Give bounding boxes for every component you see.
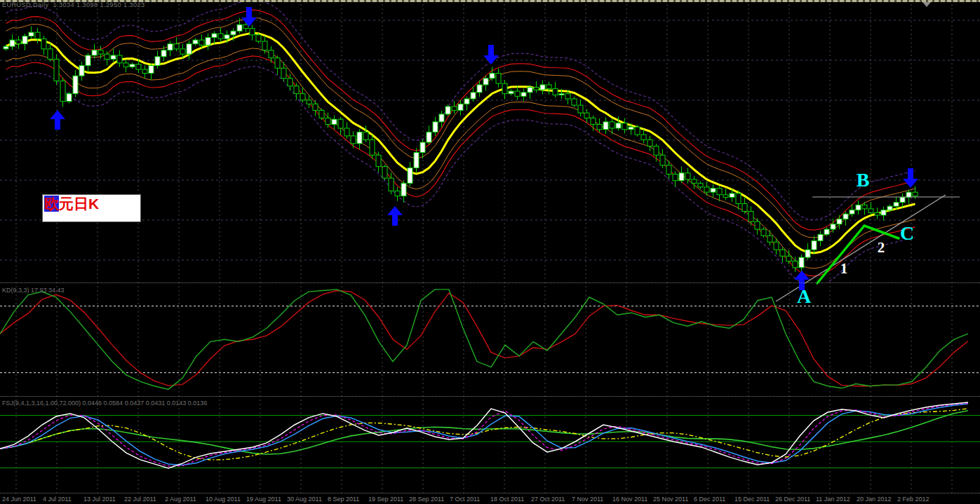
- time-axis[interactable]: 24 Jun 20114 Jul 201113 Jul 201122 Jul 2…: [0, 493, 980, 504]
- signal-arrow-up-icon[interactable]: [50, 110, 65, 130]
- annotation-a[interactable]: A: [797, 285, 812, 307]
- signal-arrow-up-icon[interactable]: [387, 206, 403, 226]
- time-axis-label: 11 Jan 2012: [816, 496, 850, 503]
- mt4-chart-window: ABC12 EURUSD,Daily 1.3034 1.3098 1.2950 …: [0, 0, 980, 504]
- panel-separator[interactable]: [0, 396, 980, 397]
- chart-ohlc-title: EURUSD,Daily 1.3034 1.3098 1.2950 1.3023: [2, 1, 145, 8]
- time-axis-label: 25 Nov 2011: [653, 496, 688, 503]
- time-axis-label: 27 Oct 2011: [531, 496, 565, 503]
- main-price-panel[interactable]: [4, 0, 918, 286]
- panel-separator[interactable]: [0, 282, 980, 283]
- time-axis-label: 10 Aug 2011: [206, 496, 241, 503]
- time-axis-label: 2 Feb 2012: [897, 496, 929, 503]
- time-axis-label: 2 Aug 2011: [165, 496, 196, 503]
- symbol-label-text: 元日K: [59, 196, 99, 212]
- time-axis-label: 8 Sep 2011: [328, 496, 359, 503]
- time-axis-label: 4 Jul 2011: [43, 496, 72, 503]
- time-axis-label: 7 Oct 2011: [450, 496, 480, 503]
- time-axis-label: 24 Jun 2011: [2, 496, 36, 503]
- signal-arrow-down-icon[interactable]: [903, 168, 918, 188]
- stochastic-label: KD(9,3,3) 17.93 34.43: [2, 287, 65, 294]
- annotation-b[interactable]: B: [857, 169, 870, 191]
- time-axis-label: 19 Sep 2011: [368, 496, 403, 503]
- time-axis-label: 28 Sep 2011: [409, 496, 444, 503]
- oscillator-label: FSJ(9,4,1,3,16,1.00,72.000) 0.0446 0.058…: [2, 400, 207, 407]
- time-axis-label: 7 Nov 2011: [572, 496, 603, 503]
- time-axis-label: 20 Jan 2012: [857, 496, 892, 503]
- signal-arrow-down-icon[interactable]: [483, 45, 499, 64]
- time-axis-label: 22 Jul 2011: [124, 496, 156, 503]
- time-axis-label: 13 Jul 2011: [83, 496, 116, 503]
- symbol-label-highlighted-char: 欧: [44, 196, 59, 212]
- time-axis-label: 16 Nov 2011: [612, 496, 647, 503]
- annotation-c[interactable]: C: [900, 222, 914, 244]
- oscillator-panel[interactable]: [0, 402, 980, 468]
- stochastic-panel[interactable]: [0, 290, 980, 390]
- time-axis-label: 6 Dec 2011: [694, 496, 725, 503]
- annotation-1[interactable]: 1: [840, 260, 848, 277]
- symbol-text-label[interactable]: 欧元日K: [42, 194, 141, 222]
- chart-canvas[interactable]: ABC12: [0, 0, 980, 504]
- time-axis-label: 19 Aug 2011: [246, 496, 281, 503]
- time-axis-label: 26 Dec 2011: [775, 496, 810, 503]
- time-axis-label: 30 Aug 2011: [287, 496, 322, 503]
- annotation-2[interactable]: 2: [878, 239, 885, 256]
- time-axis-label: 18 Oct 2011: [490, 496, 524, 503]
- time-axis-label: 15 Dec 2011: [734, 496, 770, 503]
